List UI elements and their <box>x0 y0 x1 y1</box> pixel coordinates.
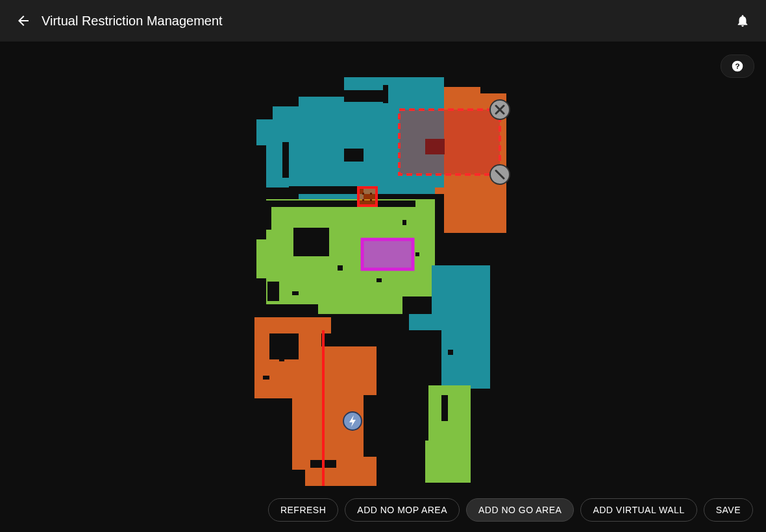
svg-rect-26 <box>370 193 372 195</box>
svg-rect-18 <box>415 252 419 256</box>
svg-rect-4 <box>383 85 388 103</box>
svg-rect-7 <box>293 228 329 256</box>
no-go-area-selected[interactable] <box>399 100 510 184</box>
back-button[interactable] <box>10 8 36 34</box>
svg-rect-31 <box>425 139 445 154</box>
add-virtual-wall-button[interactable]: ADD VIRTUAL WALL <box>580 498 697 522</box>
no-go-resize-handle[interactable] <box>490 165 510 184</box>
svg-rect-24 <box>358 187 377 206</box>
svg-rect-23 <box>362 239 413 269</box>
svg-rect-10 <box>267 282 279 301</box>
header-bar: Virtual Restriction Management <box>0 0 766 42</box>
svg-rect-17 <box>402 220 406 225</box>
svg-rect-8 <box>266 200 415 207</box>
back-arrow-icon <box>16 13 31 29</box>
svg-rect-5 <box>344 149 364 162</box>
add-no-go-area-button[interactable]: ADD NO GO AREA <box>466 498 574 522</box>
svg-rect-22 <box>263 376 269 380</box>
save-button[interactable]: SAVE <box>704 498 753 522</box>
charging-dock-icon <box>343 412 362 430</box>
small-red-zone[interactable] <box>358 187 377 206</box>
svg-rect-15 <box>377 278 382 282</box>
svg-rect-14 <box>338 265 343 271</box>
map-canvas[interactable] <box>0 42 766 532</box>
svg-rect-6 <box>289 186 364 194</box>
svg-rect-19 <box>391 326 397 332</box>
page-title: Virtual Restriction Management <box>42 14 223 29</box>
svg-rect-25 <box>362 193 364 195</box>
svg-rect-16 <box>292 291 299 295</box>
svg-rect-13 <box>441 395 448 421</box>
svg-rect-27 <box>362 199 364 201</box>
svg-rect-3 <box>344 90 383 102</box>
bottom-toolbar: REFRESH ADD NO MOP AREA ADD NO GO AREA A… <box>268 498 753 522</box>
svg-rect-9 <box>266 204 271 230</box>
svg-rect-20 <box>448 350 453 355</box>
svg-rect-29 <box>399 110 500 175</box>
no-mop-area[interactable] <box>362 239 413 269</box>
no-go-delete-handle[interactable] <box>490 100 510 119</box>
notifications-button[interactable] <box>730 8 756 34</box>
add-no-mop-area-button[interactable]: ADD NO MOP AREA <box>345 498 460 522</box>
refresh-button[interactable]: REFRESH <box>268 498 338 522</box>
bell-icon <box>735 14 750 28</box>
svg-rect-11 <box>269 333 299 359</box>
svg-rect-28 <box>370 199 372 201</box>
svg-rect-2 <box>282 142 289 178</box>
svg-rect-21 <box>279 356 284 361</box>
floor-map[interactable] <box>247 58 519 486</box>
